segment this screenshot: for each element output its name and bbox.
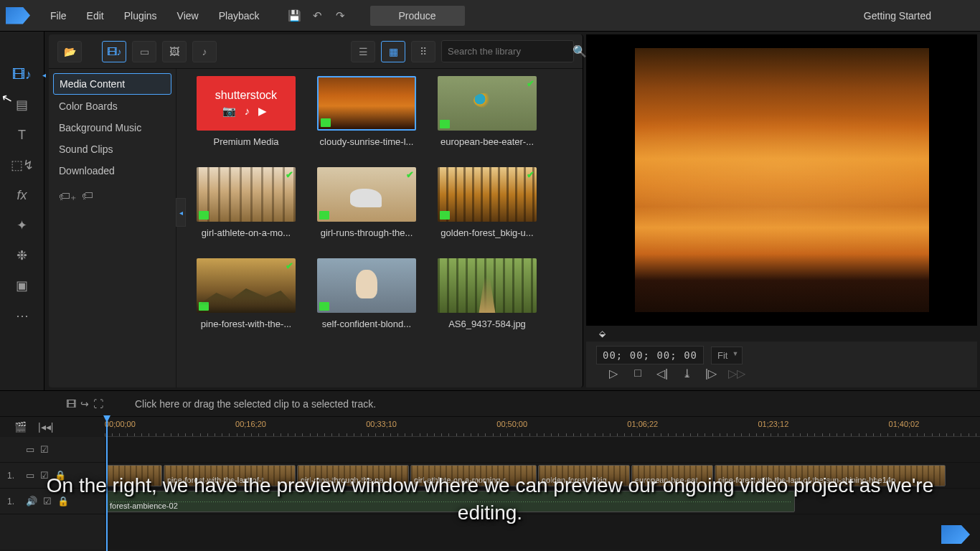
media-thumbnail[interactable]: ✔ [197, 258, 296, 313]
menu-playback[interactable]: Playback [210, 6, 268, 26]
import-media-icon[interactable]: 📂 [57, 41, 82, 62]
media-item[interactable]: cloudy-sunrise-time-l... [317, 76, 416, 147]
track-visible-icon[interactable]: ☑ [40, 444, 49, 455]
media-thumbnail[interactable] [317, 258, 416, 313]
timecode-display[interactable]: 00; 00; 00; 00 [596, 346, 704, 364]
media-item[interactable]: ✔girl-athlete-on-a-mo... [197, 167, 296, 238]
tl-tool-crop-icon[interactable]: ⛶ [93, 398, 103, 410]
getting-started-link[interactable]: Getting Started [864, 10, 931, 22]
produce-button[interactable]: Produce [370, 6, 465, 26]
rail-title-icon[interactable]: T [11, 126, 33, 143]
tl-view-marker-icon[interactable]: |◂◂| [38, 421, 53, 433]
menu-view[interactable]: View [169, 6, 207, 26]
filter-all-icon[interactable]: 🎞♪ [102, 41, 126, 62]
rail-media-icon[interactable]: 🎞♪ [11, 66, 33, 83]
track-row-video-1[interactable]: pine-forest-with-the-last-of-tgirl-runs-… [105, 463, 980, 489]
media-item[interactable]: self-confident-blond... [317, 258, 416, 329]
cat-background-music[interactable]: Background Music [53, 118, 171, 138]
tl-view-movie-icon[interactable]: 🎬 [14, 421, 27, 433]
menu-plugins[interactable]: Plugins [116, 6, 166, 26]
media-item[interactable]: shutterstock📷 ♪ ▶Premium Media [197, 76, 296, 147]
play-icon[interactable]: ▷ [606, 367, 621, 380]
cat-sound-clips[interactable]: Sound Clips [53, 139, 171, 159]
track-visible-icon[interactable]: ☑ [43, 496, 52, 507]
rail-subtitle-icon[interactable]: ▣ [11, 277, 33, 294]
media-thumbnail[interactable]: shutterstock📷 ♪ ▶ [197, 76, 296, 131]
undo-icon[interactable]: ↶ [308, 6, 327, 25]
media-thumbnail[interactable]: ✔ [317, 167, 416, 222]
ruler-tick-label: 01;40;02 [889, 420, 920, 428]
menu-file[interactable]: File [42, 6, 75, 26]
zoom-fit-dropdown[interactable]: Fit [711, 347, 743, 364]
track-row-master[interactable] [105, 437, 980, 463]
track-visible-icon[interactable]: ☑ [40, 470, 49, 481]
media-thumbnail[interactable]: ✔ [438, 167, 537, 222]
view-grid-icon[interactable]: ▦ [381, 41, 405, 62]
tag-icon[interactable]: 🏷 [82, 189, 93, 203]
media-item[interactable]: ✔golden-forest_bkig-u... [438, 167, 537, 238]
timeline-clip[interactable]: girl-runs-through-the-pa [297, 465, 409, 486]
timeline-clip[interactable]: pine-forest-with-the-last-of-the-sun-shi… [715, 465, 946, 486]
view-options-icon[interactable]: ⠿ [411, 41, 435, 62]
fast-forward-icon[interactable]: ▷▷ [728, 367, 743, 380]
prev-frame-icon[interactable]: ◁| [655, 367, 669, 380]
snapshot-icon[interactable]: ⤓ [679, 367, 694, 380]
filter-image-icon[interactable]: 🖼 [162, 41, 187, 62]
track-lock-icon[interactable]: 🔒 [55, 470, 66, 481]
cat-media-content[interactable]: Media Content [53, 73, 171, 95]
search-input[interactable] [448, 46, 568, 57]
timeline-clip[interactable] [106, 465, 162, 486]
timeline-clip[interactable]: pine-forest-with-the-last-of-t [164, 465, 296, 486]
preview-scrubber[interactable]: ⬙ [586, 326, 977, 342]
menu-edit[interactable]: Edit [78, 6, 113, 26]
cat-color-boards[interactable]: Color Boards [53, 96, 171, 116]
timeline-audio-clip[interactable]: forest-ambience-02 [106, 491, 795, 512]
playhead[interactable] [106, 417, 108, 551]
view-list-icon[interactable]: ☰ [351, 41, 375, 62]
media-label: Premium Media [197, 136, 296, 147]
rail-overlay-icon[interactable]: ✦ [11, 217, 33, 234]
tl-tool-cut-icon[interactable]: 🎞 [66, 398, 76, 410]
track-row-audio-1[interactable]: forest-ambience-02 [105, 489, 980, 514]
rail-particle-icon[interactable]: ❉ [11, 247, 33, 264]
track-content[interactable]: pine-forest-with-the-last-of-tgirl-runs-… [105, 437, 980, 550]
rail-more-icon[interactable]: ⋯ [11, 307, 33, 324]
save-icon[interactable]: 💾 [286, 6, 304, 25]
ruler-tick-label: 00;00;00 [105, 420, 136, 428]
rail-transition-icon[interactable]: ⬚↯ [11, 156, 33, 174]
tl-tool-arrow-icon[interactable]: ↪ [80, 398, 89, 410]
library-panel: 📂 🎞♪ ▭ 🖼 ♪ ☰ ▦ ⠿ 🔍 Media Content Color B… [49, 34, 583, 387]
track-header-video-1[interactable]: 1.▭☑🔒 [0, 463, 105, 489]
timeline-clip[interactable]: girl-athlete-on-a-morning-r [410, 465, 537, 486]
filter-video-icon[interactable]: ▭ [132, 41, 156, 62]
media-item[interactable]: AS6_9437-584.jpg [438, 258, 537, 329]
rail-fx-icon[interactable]: fx [11, 187, 33, 204]
media-thumbnail[interactable]: ✔ [438, 76, 537, 131]
next-frame-icon[interactable]: |▷ [704, 367, 718, 380]
rail-rooms-icon[interactable]: ▤ [11, 96, 33, 113]
search-icon[interactable]: 🔍 [573, 44, 587, 58]
filter-audio-icon[interactable]: ♪ [192, 41, 217, 62]
track-header-master[interactable]: ▭☑ [0, 437, 105, 463]
redo-icon[interactable]: ↷ [331, 6, 350, 25]
media-grid-scroll[interactable]: shutterstock📷 ♪ ▶Premium Mediacloudy-sun… [176, 69, 583, 387]
media-item[interactable]: ✔girl-runs-through-the... [317, 167, 416, 238]
media-item[interactable]: ✔european-bee-eater-... [438, 76, 537, 147]
search-box[interactable]: 🔍 [441, 40, 574, 62]
stop-icon[interactable]: □ [631, 367, 645, 380]
timeline-clip[interactable]: european-bee-eat [631, 465, 713, 486]
timeline-ruler[interactable]: 🎬 |◂◂| 00;00;0000;16;2000;33;1000;50;000… [0, 417, 980, 437]
scrub-marker-icon[interactable]: ⬙ [599, 329, 606, 339]
media-thumbnail[interactable] [317, 76, 416, 131]
media-item[interactable]: ✔pine-forest-with-the-... [197, 258, 296, 329]
track-header-audio-1[interactable]: 1.🔊☑🔒 [0, 489, 105, 514]
preview-canvas[interactable] [586, 34, 977, 326]
timeline-clip[interactable]: golden-forest_bkig [538, 465, 630, 486]
cat-downloaded[interactable]: Downloaded [53, 161, 171, 181]
preview-panel: ⬙ 00; 00; 00; 00 Fit ▷ □ ◁| ⤓ |▷ ▷▷ [586, 34, 977, 387]
track-video-icon: ▭ [26, 444, 34, 455]
media-thumbnail[interactable] [438, 258, 537, 313]
track-lock-icon[interactable]: 🔒 [57, 496, 69, 507]
media-thumbnail[interactable]: ✔ [197, 167, 296, 222]
tag-add-icon[interactable]: 🏷₊ [59, 189, 76, 203]
